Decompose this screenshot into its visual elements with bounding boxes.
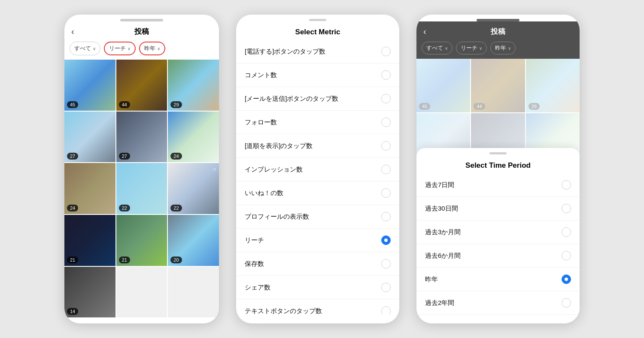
metric-item[interactable]: [道順を表示]のタップ数 xyxy=(236,134,399,158)
camera-icon: ○ xyxy=(213,166,216,172)
metric-label: テキストボタンのタップ数 xyxy=(245,307,322,315)
metric-label: [道順を表示]のタップ数 xyxy=(245,142,313,150)
chevron-down-icon: ∨ xyxy=(508,46,511,51)
radio-button[interactable] xyxy=(562,298,571,308)
metric-label: シェア数 xyxy=(245,284,270,292)
time-item-6months[interactable]: 過去6か月間 xyxy=(416,244,580,268)
photo-cell[interactable]: 22 xyxy=(116,163,167,214)
metric-item[interactable]: [電話する]ボタンのタップ数 xyxy=(236,40,399,63)
chevron-down-icon: ∨ xyxy=(445,46,448,51)
back-button[interactable]: ‹ xyxy=(423,27,426,36)
left-title: 投稿 xyxy=(134,27,149,36)
radio-button[interactable] xyxy=(381,188,391,198)
metric-item[interactable]: シェア数 xyxy=(236,276,399,299)
radio-button[interactable] xyxy=(381,118,391,127)
photo-count: 29 xyxy=(170,101,182,108)
photo-cell[interactable]: 21 xyxy=(64,215,115,266)
photo-cell[interactable]: 27 xyxy=(64,112,115,163)
radio-button[interactable] xyxy=(562,227,571,237)
photo-count: 21 xyxy=(67,257,78,263)
radio-button[interactable] xyxy=(381,47,391,56)
photo-cell[interactable]: 45 xyxy=(64,60,115,111)
radio-button[interactable] xyxy=(381,212,391,221)
time-item-30days[interactable]: 過去30日間 xyxy=(416,197,580,220)
photo-cell-empty xyxy=(168,267,219,318)
photo-cell[interactable]: ○ 22 xyxy=(168,163,219,214)
radio-button[interactable] xyxy=(381,141,391,151)
left-filter-row: すべて ∨ リーチ ∨ 昨年 ∨ xyxy=(64,40,219,60)
time-label: 過去30日間 xyxy=(425,205,458,213)
metric-item[interactable]: テキストボタンのタップ数 xyxy=(236,299,399,314)
metric-label: リーチ xyxy=(245,236,264,244)
chevron-down-icon: ∨ xyxy=(157,46,160,51)
select-metric-title: Select Metric xyxy=(236,23,399,40)
right-filter-row: すべて ∨ リーチ ∨ 昨年 ∨ xyxy=(416,40,580,59)
photo-count: 21 xyxy=(119,257,130,263)
time-item-2years[interactable]: 過去2年間 xyxy=(416,291,580,315)
time-period-list: 過去7日間 過去30日間 過去3か月間 過去6か月間 昨年 過去2年間 xyxy=(416,173,580,315)
photo-cell[interactable]: 27 xyxy=(116,112,167,163)
filter-all[interactable]: すべて ∨ xyxy=(70,42,100,55)
metric-item-reach[interactable]: リーチ xyxy=(236,229,399,252)
photo-count: 14 xyxy=(67,308,78,315)
select-time-period-title: Select Time Period xyxy=(416,156,580,173)
metric-label: フォロー数 xyxy=(245,118,277,127)
filter-year[interactable]: 昨年 ∨ xyxy=(490,42,516,54)
metric-item[interactable]: プロフィールの表示数 xyxy=(236,205,399,229)
radio-button[interactable] xyxy=(562,251,571,260)
photo-count: 45 xyxy=(67,101,78,108)
photo-cell[interactable]: 20 xyxy=(168,215,219,266)
right-phone: ‹ 投稿 すべて ∨ リーチ ∨ 昨年 ∨ 45 44 29 xyxy=(416,15,580,323)
radio-button[interactable] xyxy=(381,70,391,80)
time-item-7days[interactable]: 過去7日間 xyxy=(416,173,580,197)
time-label: 過去7日間 xyxy=(425,181,454,189)
metric-item[interactable]: いいね！の数 xyxy=(236,181,399,205)
time-label: 昨年 xyxy=(425,275,438,284)
chevron-down-icon: ∨ xyxy=(93,46,96,51)
photo-count: 45 xyxy=(419,103,430,110)
radio-button[interactable] xyxy=(381,165,391,174)
photo-count: 20 xyxy=(170,257,182,263)
sheet-handle xyxy=(489,152,507,154)
radio-button[interactable] xyxy=(381,283,391,292)
time-item-3months[interactable]: 過去3か月間 xyxy=(416,220,580,244)
photo-cell[interactable]: 24 xyxy=(64,163,115,214)
photo-cell[interactable]: 29 xyxy=(168,60,219,111)
metric-item[interactable]: インプレッション数 xyxy=(236,158,399,181)
radio-button-selected[interactable] xyxy=(381,235,391,245)
photo-cell[interactable]: 24 xyxy=(168,112,219,163)
metric-list: [電話する]ボタンのタップ数 コメント数 [メールを送信]ボタンのタップ数 フォ… xyxy=(236,40,399,314)
filter-reach[interactable]: リーチ ∨ xyxy=(104,42,136,55)
metric-item[interactable]: フォロー数 xyxy=(236,111,399,134)
metric-item[interactable]: コメント数 xyxy=(236,63,399,87)
radio-button[interactable] xyxy=(381,259,391,269)
radio-button[interactable] xyxy=(562,204,571,213)
photo-cell[interactable]: 44 xyxy=(116,60,167,111)
radio-button[interactable] xyxy=(381,94,391,103)
photo-cell: 44 xyxy=(471,59,525,112)
chevron-down-icon: ∨ xyxy=(479,46,482,51)
radio-button[interactable] xyxy=(562,180,571,190)
photo-cell[interactable]: 14 xyxy=(64,267,115,318)
left-header: ‹ 投稿 xyxy=(64,21,219,40)
time-item-last-year[interactable]: 昨年 xyxy=(416,268,580,291)
photo-cell[interactable]: 21 xyxy=(116,215,167,266)
photo-count: 44 xyxy=(119,101,130,108)
radio-button[interactable] xyxy=(381,306,391,314)
metric-item[interactable]: [メールを送信]ボタンのタップ数 xyxy=(236,87,399,111)
metric-label: 保存数 xyxy=(245,260,264,268)
radio-button-selected[interactable] xyxy=(562,275,571,284)
filter-reach[interactable]: リーチ ∨ xyxy=(456,42,487,54)
chevron-down-icon: ∨ xyxy=(128,46,131,51)
right-title: 投稿 xyxy=(491,27,505,36)
filter-all-label: すべて xyxy=(74,45,91,52)
photo-count: 44 xyxy=(474,103,485,110)
filter-all[interactable]: すべて ∨ xyxy=(422,42,453,54)
filter-all-label: すべて xyxy=(426,44,443,52)
metric-item[interactable]: 保存数 xyxy=(236,252,399,276)
metric-label: プロフィールの表示数 xyxy=(245,213,309,221)
photo-count: 27 xyxy=(67,153,78,160)
back-button[interactable]: ‹ xyxy=(71,27,74,36)
filter-reach-label: リーチ xyxy=(461,44,477,52)
filter-year[interactable]: 昨年 ∨ xyxy=(139,42,165,55)
